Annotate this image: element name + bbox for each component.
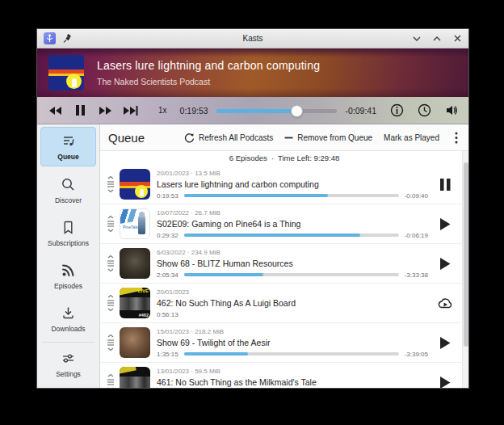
- summary-separator: ·: [271, 154, 274, 162]
- episode-meta: 20/01/2023: [157, 288, 428, 296]
- sidebar-item-discover[interactable]: Discover: [40, 171, 96, 209]
- episode-meta: 20/01/2023 · 13.5 MiB: [157, 170, 428, 177]
- episode-elapsed: 0:56:13: [157, 311, 178, 318]
- drag-handle-icon[interactable]: [105, 334, 116, 351]
- sidebar-item-label: Subscriptions: [48, 239, 89, 247]
- sidebar-item-queue[interactable]: Queue: [40, 127, 96, 166]
- play-episode-button[interactable]: [435, 372, 456, 388]
- episode-title: Lasers lure lightning and carbon computi…: [157, 179, 428, 189]
- remove-label: Remove from Queue: [297, 133, 372, 142]
- episode-title: 461: No Such Thing as the Milkmaid's Tal…: [157, 377, 428, 387]
- scrollbar-thumb[interactable]: [464, 162, 468, 347]
- episode-elapsed: 0:29:32: [157, 232, 178, 239]
- episode-row[interactable]: 20/01/2023 · 13.5 MiB Lasers lure lightn…: [100, 165, 462, 204]
- episode-progress-bar: [184, 273, 399, 276]
- episode-elapsed: 1:35:15: [157, 351, 178, 358]
- episode-row[interactable]: LIVE #462 20/01/2023 462: No Such Thing …: [100, 284, 462, 323]
- settings-sliders-icon: [61, 351, 76, 366]
- drag-handle-icon[interactable]: [105, 255, 116, 272]
- play-episode-button[interactable]: [435, 213, 456, 234]
- sidebar-item-label: Settings: [56, 370, 81, 378]
- mark-played-label: Mark as Played: [384, 133, 439, 142]
- refresh-label: Refresh All Podcasts: [199, 133, 273, 142]
- mark-as-played-button[interactable]: Mark as Played: [384, 133, 439, 142]
- play-episode-button[interactable]: [435, 253, 456, 274]
- close-button[interactable]: [452, 34, 462, 44]
- minimize-button[interactable]: [412, 34, 422, 44]
- episode-remaining: -3:39:05: [405, 351, 428, 358]
- sidebar-separator: [42, 342, 94, 343]
- page-toolbar: Queue Refresh All Podcasts Remove fro: [100, 124, 468, 151]
- episode-meta: 10/07/2022 · 26.7 MiB: [157, 209, 428, 217]
- episode-artwork: [120, 367, 150, 388]
- episode-artwork: [120, 327, 150, 358]
- episode-remaining: -0:09:40: [405, 192, 428, 200]
- sidebar: Queue Discover Subscriptions: [37, 124, 100, 388]
- episode-meta: 15/01/2023 · 218.2 MiB: [157, 328, 428, 335]
- volume-icon[interactable]: [445, 103, 459, 117]
- sleep-timer-icon[interactable]: [418, 103, 431, 117]
- player-bar: 1x 0:19:53 -0:09:41: [37, 97, 468, 124]
- episodes-count: 6 Episodes: [229, 154, 267, 162]
- elapsed-time: 0:19:53: [180, 106, 208, 116]
- sidebar-item-label: Downloads: [51, 325, 85, 333]
- page-title: Queue: [108, 131, 145, 145]
- episode-remaining: -0:06:19: [405, 232, 428, 239]
- episode-list: 20/01/2023 · 13.5 MiB Lasers lure lightn…: [100, 165, 468, 388]
- pause-button[interactable]: [72, 104, 88, 117]
- episode-row[interactable]: 13/01/2023 · 59.5 MiB 461: No Such Thing…: [100, 363, 462, 388]
- remove-from-queue-button[interactable]: Remove from Queue: [284, 133, 372, 142]
- refresh-all-podcasts-button[interactable]: Refresh All Podcasts: [184, 133, 273, 143]
- drag-handle-icon[interactable]: [105, 373, 116, 388]
- skip-back-button[interactable]: [47, 104, 63, 117]
- sidebar-item-subscriptions[interactable]: Subscriptions: [40, 214, 96, 252]
- queue-summary: 6 Episodes · Time Left: 9:29:48: [100, 151, 468, 165]
- thumb-label: LIVE: [138, 288, 149, 293]
- episode-title: S02E09: Gaming on Pine64 is a Thing: [157, 219, 428, 229]
- time-left: Time Left: 9:29:48: [278, 154, 339, 162]
- scrollbar-track[interactable]: [462, 151, 468, 388]
- now-playing-header[interactable]: Lasers lure lightning and carbon computi…: [37, 48, 468, 97]
- queue-page: Queue Refresh All Podcasts Remove fro: [100, 124, 468, 388]
- stream-episode-button[interactable]: [435, 292, 456, 313]
- overflow-menu-icon[interactable]: [451, 131, 462, 144]
- episode-title: Show 69 - Twilight of the Aesir: [157, 338, 428, 347]
- sidebar-item-episodes[interactable]: Episodes: [40, 257, 96, 295]
- sidebar-item-label: Episodes: [54, 282, 82, 290]
- fast-forward-button[interactable]: [97, 104, 113, 117]
- pause-episode-button[interactable]: [435, 174, 456, 195]
- kasts-window: Kasts Lasers lure lightning and carbon c…: [36, 28, 469, 389]
- episode-remaining: -3:33:38: [405, 271, 428, 279]
- episode-meta: 6/03/2022 · 234.9 MiB: [157, 249, 428, 256]
- sidebar-item-downloads[interactable]: Downloads: [40, 300, 96, 338]
- episode-progress-bar: [184, 352, 399, 356]
- podcast-artwork: [48, 55, 84, 90]
- remaining-time: -0:09:41: [345, 106, 376, 116]
- skip-forward-button[interactable]: [122, 104, 138, 117]
- sidebar-item-label: Discover: [55, 196, 82, 204]
- maximize-button[interactable]: [432, 34, 442, 44]
- episode-progress-bar: [184, 194, 399, 197]
- drag-handle-icon[interactable]: [105, 175, 116, 193]
- info-icon[interactable]: [390, 103, 404, 117]
- episode-row[interactable]: 6/03/2022 · 234.9 MiB Show 68 - BLITZ Hu…: [100, 244, 462, 284]
- episode-row[interactable]: 15/01/2023 · 218.2 MiB Show 69 - Twiligh…: [100, 323, 462, 363]
- playback-speed[interactable]: 1x: [158, 106, 167, 115]
- play-episode-button[interactable]: [435, 332, 456, 353]
- drag-handle-icon[interactable]: [105, 215, 116, 233]
- seek-handle[interactable]: [291, 105, 303, 117]
- episode-row[interactable]: PineTalk 10/07/2022 · 26.7 MiB S02E09: G…: [100, 204, 462, 244]
- episode-progress-bar: [184, 234, 399, 237]
- playlist-icon: [61, 133, 76, 149]
- episode-meta: 13/01/2023 · 59.5 MiB: [157, 368, 428, 375]
- episode-artwork: [120, 169, 150, 200]
- seek-slider[interactable]: [216, 105, 338, 116]
- refresh-icon: [184, 133, 195, 143]
- sidebar-item-settings[interactable]: Settings: [40, 345, 96, 383]
- episode-title: 462: No Such Thing As A Luigi Board: [157, 298, 428, 308]
- episode-artwork: [120, 248, 150, 279]
- title-bar: Kasts: [37, 29, 468, 48]
- now-playing-title: Lasers lure lightning and carbon computi…: [97, 59, 320, 72]
- drag-handle-icon[interactable]: [105, 294, 116, 312]
- thumb-label: #462: [139, 313, 149, 318]
